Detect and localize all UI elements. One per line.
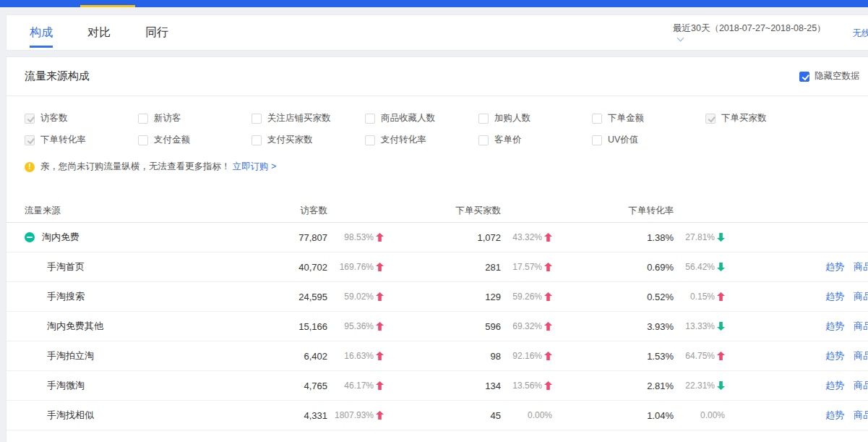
metric-checkbox-item[interactable]: 下单买家数 (705, 112, 819, 124)
change-percent: 16.63% (344, 351, 374, 361)
checkbox-icon[interactable] (138, 135, 148, 145)
metric-checkbox-item[interactable]: 新访客 (138, 112, 252, 124)
table-header: 流量来源 访客数 下单买家数 下单转化率 (7, 199, 868, 223)
metric-value-cell: 40,702 (270, 262, 327, 273)
metric-label: 支付买家数 (267, 134, 313, 146)
metric-change-cell: 0.00% (674, 410, 725, 420)
arrow-down-icon (717, 381, 725, 390)
product-link[interactable]: 商品 (854, 349, 868, 362)
row-actions-cell: 趋势商品 (725, 290, 868, 303)
change-percent: 0.00% (700, 410, 725, 420)
metric-label: 下单金额 (608, 112, 644, 124)
change-percent: 59.02% (344, 292, 374, 302)
source-name-cell: 手淘找相似 (7, 409, 270, 422)
trend-link[interactable]: 趋势 (825, 320, 844, 333)
row-actions-cell: 趋势商品 (725, 379, 868, 392)
trend-link[interactable]: 趋势 (825, 379, 844, 392)
metric-change-cell: 0.15% (674, 292, 725, 302)
metric-checkbox-item[interactable]: 商品收藏人数 (365, 112, 478, 124)
change-percent: 27.81% (685, 232, 715, 242)
checkbox-checked-icon[interactable] (705, 114, 716, 124)
metric-value-cell: 6,402 (270, 351, 327, 362)
metric-checkbox-item[interactable]: 支付金额 (138, 134, 252, 146)
metric-value-cell: 3.93% (552, 321, 674, 332)
arrow-up-icon (544, 352, 552, 360)
checkbox-checked-icon[interactable] (25, 114, 35, 124)
hide-empty-checkbox[interactable]: 隐藏空数据 下 (799, 70, 868, 82)
trend-link[interactable]: 趋势 (825, 349, 844, 362)
arrow-down-icon (717, 263, 725, 271)
metric-checkbox-item[interactable]: 访客数 (25, 112, 138, 124)
table-row: 手淘微淘4,76546.17%13413.56%2.81%22.31%趋势商品 (7, 371, 868, 401)
checkbox-icon[interactable] (252, 135, 262, 145)
checkbox-icon[interactable] (478, 135, 489, 145)
tab-compare[interactable]: 对比 (87, 15, 111, 50)
change-percent: 64.75% (685, 351, 715, 361)
checkbox-icon[interactable] (365, 114, 375, 124)
date-range-label: 最近30天（2018-07-27~2018-08-25） (673, 23, 826, 33)
source-name-cell: 手淘微淘 (7, 379, 270, 392)
trend-link[interactable]: 趋势 (825, 260, 844, 273)
metric-change-cell: 13.33% (674, 321, 725, 331)
product-link[interactable]: 商品 (854, 320, 868, 333)
change-percent: 0.15% (690, 292, 715, 302)
metric-checkbox-item[interactable]: 客单价 (478, 134, 592, 146)
checkbox-icon[interactable] (138, 114, 148, 124)
checkbox-checked-icon[interactable] (799, 72, 809, 82)
date-range-selector[interactable]: 最近30天（2018-07-27~2018-08-25） (673, 22, 835, 45)
metric-label: 加购人数 (494, 112, 530, 124)
metric-checkbox-item[interactable]: 支付转化率 (365, 134, 478, 146)
metric-value-cell: 596 (384, 321, 501, 332)
arrow-up-icon (544, 381, 552, 390)
product-link[interactable]: 商品 (854, 290, 868, 303)
metric-value-cell: 1.04% (552, 410, 674, 421)
metric-change-cell: 27.81% (674, 232, 725, 242)
table-row: 手淘拍立淘6,40216.63%9892.16%1.53%64.75%趋势商品 (7, 341, 868, 371)
metric-change-cell: 46.17% (327, 381, 384, 391)
arrow-up-icon (376, 322, 384, 331)
trend-link[interactable]: 趋势 (825, 409, 844, 422)
change-percent: 43.32% (512, 232, 542, 242)
subscribe-link[interactable]: 立即订购 > (233, 161, 277, 173)
checkbox-checked-icon[interactable] (25, 135, 35, 145)
source-name: 手淘搜索 (47, 290, 85, 303)
tabs-card: 构成对比同行 最近30天（2018-07-27~2018-08-25） 无线端 (6, 14, 868, 51)
metric-value-cell: 24,595 (270, 292, 327, 302)
metric-value-cell: 4,765 (270, 381, 327, 391)
change-percent: 59.26% (512, 292, 542, 302)
checkbox-icon[interactable] (252, 114, 262, 124)
col-header-order-buyers: 下单买家数 (384, 205, 501, 217)
metric-checkbox-item[interactable]: 下单金额 (592, 112, 705, 124)
table-row: 手淘首页40,702169.76%28117.57%0.69%56.42%趋势商… (7, 252, 868, 282)
metric-value-cell: 4,331 (270, 410, 327, 421)
product-link[interactable]: 商品 (854, 379, 868, 392)
table-row: 淘内免费其他15,16695.36%59669.32%3.93%13.33%趋势… (7, 312, 868, 341)
metric-row: 下单转化率支付金额支付买家数支付转化率客单价UV价值 (25, 134, 868, 146)
metric-checkbox-item[interactable]: 关注店铺买家数 (252, 112, 365, 124)
arrow-up-icon (376, 411, 384, 420)
tab-composition[interactable]: 构成 (30, 15, 53, 50)
trend-link[interactable]: 趋势 (825, 290, 844, 303)
checkbox-icon[interactable] (478, 114, 489, 124)
metric-value-cell: 1.38% (552, 232, 674, 243)
checkbox-icon[interactable] (592, 114, 602, 124)
checkbox-icon[interactable] (365, 135, 375, 145)
metric-checkbox-item[interactable]: 加购人数 (478, 112, 592, 124)
source-name-cell: 手淘搜索 (7, 290, 270, 303)
source-name-cell: 淘内免费其他 (7, 320, 270, 333)
metric-change-cell: 98.53% (327, 232, 384, 242)
arrow-up-icon (376, 292, 384, 301)
collapse-toggle-icon[interactable] (25, 232, 35, 242)
subscription-notice: ! 亲，您尚未订购流量纵横，无法查看更多指标！ 立即订购 > (25, 161, 868, 173)
metric-checkbox-item[interactable]: UV价值 (592, 134, 705, 146)
checkbox-icon[interactable] (592, 135, 602, 145)
metric-change-cell: 1807.93% (327, 410, 384, 420)
product-link[interactable]: 商品 (854, 260, 868, 273)
metric-checkbox-item[interactable]: 支付买家数 (252, 134, 365, 146)
traffic-source-panel: 流量来源构成 隐藏空数据 下 访客数新访客关注店铺买家数商品收藏人数加购人数下单… (6, 56, 868, 442)
tab-peers[interactable]: 同行 (145, 15, 168, 50)
arrow-up-icon (376, 233, 384, 242)
metric-checkbox-item[interactable]: 下单转化率 (25, 134, 138, 146)
terminal-selector[interactable]: 无线端 (853, 27, 868, 40)
product-link[interactable]: 商品 (854, 409, 868, 422)
